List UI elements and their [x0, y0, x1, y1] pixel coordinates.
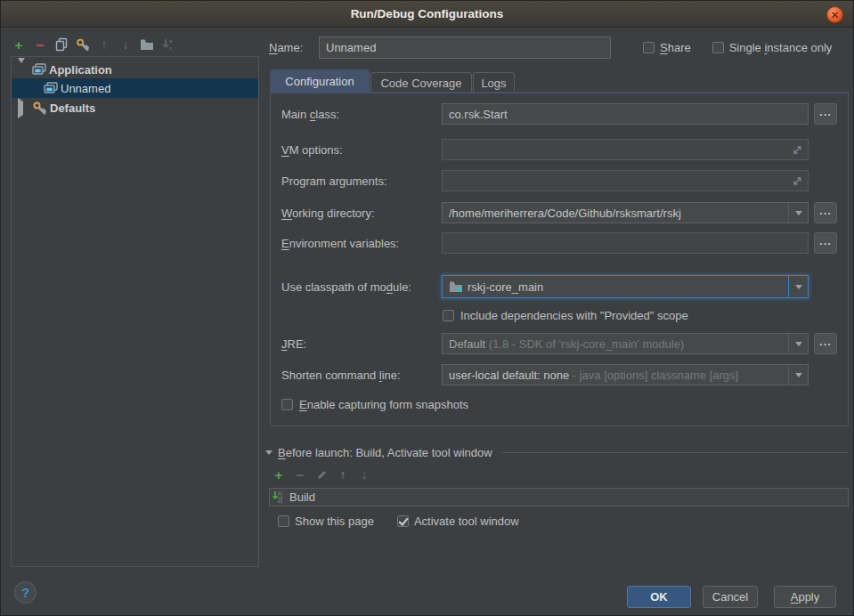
module-icon: [449, 280, 463, 293]
working-directory-label: Working directory:: [281, 207, 375, 220]
application-icon: [32, 63, 46, 76]
close-button[interactable]: ✕: [826, 6, 843, 23]
before-launch-task-build[interactable]: 011001 Build: [269, 488, 849, 507]
build-icon: 011001: [272, 490, 286, 504]
share-label: Share: [660, 41, 691, 54]
environment-variables-browse-button[interactable]: ...: [814, 232, 837, 254]
remove-icon[interactable]: −: [33, 36, 47, 53]
add-icon[interactable]: +: [272, 466, 285, 482]
working-directory-combobox[interactable]: /home/meriherrera/Code/Github/rsksmart/r…: [442, 202, 809, 223]
single-instance-checkbox[interactable]: [712, 42, 724, 53]
form-snapshots-label: Enable capturing form snapshots: [299, 398, 468, 411]
shorten-command-line-label: Shorten command line:: [281, 369, 401, 382]
before-launch-toolbar: + − ↑ ↓: [272, 466, 370, 482]
cancel-button[interactable]: Cancel: [703, 586, 758, 608]
collapse-triangle-icon[interactable]: [265, 450, 272, 455]
vm-options-label: VM options:: [281, 143, 343, 157]
show-this-page-checkbox[interactable]: [278, 515, 289, 527]
edit-defaults-icon[interactable]: [76, 36, 90, 53]
tree-item-application[interactable]: Application: [12, 60, 258, 79]
configurations-tree: Application Unnamed Defaults: [11, 56, 259, 567]
use-classpath-combobox[interactable]: rskj-core_main: [442, 275, 809, 298]
main-class-browse-button[interactable]: ...: [814, 103, 837, 125]
move-up-icon[interactable]: ↑: [97, 36, 111, 53]
name-input[interactable]: [319, 36, 611, 59]
include-provided-label: Include dependencies with "Provided" sco…: [460, 309, 688, 322]
activate-tool-window-label: Activate tool window: [414, 515, 519, 528]
configurations-toolbar: + − ↑ ↓ az: [12, 36, 175, 53]
svg-text:a: a: [169, 38, 173, 44]
edit-icon[interactable]: [315, 466, 328, 482]
environment-variables-label: Environment variables:: [281, 237, 399, 250]
single-instance-label: Single instance only: [729, 41, 833, 54]
dropdown-arrow-icon[interactable]: [788, 365, 808, 385]
add-icon[interactable]: +: [12, 36, 26, 53]
dropdown-arrow-icon[interactable]: [788, 334, 808, 353]
expand-field-icon[interactable]: [792, 144, 803, 158]
program-arguments-label: Program arguments:: [281, 174, 387, 188]
tree-item-label: Defaults: [50, 101, 95, 115]
application-icon: [44, 82, 58, 94]
form-snapshots-checkbox[interactable]: [281, 399, 293, 410]
shorten-command-line-combobox[interactable]: user-local default: none - java [options…: [442, 364, 809, 385]
before-launch-title: Before launch: Build, Activate tool wind…: [278, 446, 492, 459]
main-class-field[interactable]: co.rsk.Start: [442, 103, 809, 125]
jre-label: JRE:: [281, 337, 306, 351]
help-button[interactable]: ?: [14, 581, 37, 604]
working-directory-browse-button[interactable]: ...: [814, 202, 837, 223]
tree-item-unnamed[interactable]: Unnamed: [12, 78, 258, 98]
apply-button[interactable]: Apply: [774, 586, 836, 608]
name-label: Name:: [269, 41, 319, 54]
new-folder-icon[interactable]: [140, 36, 154, 53]
vm-options-field[interactable]: [442, 139, 809, 160]
move-down-icon[interactable]: ↓: [118, 36, 133, 53]
expand-field-icon[interactable]: [792, 175, 803, 190]
jre-browse-button[interactable]: ...: [814, 333, 837, 354]
ok-button[interactable]: OK: [627, 586, 691, 608]
dropdown-arrow-icon[interactable]: [788, 203, 808, 223]
share-checkbox[interactable]: [643, 42, 655, 53]
svg-text:01: 01: [278, 499, 283, 504]
before-launch-options: Show this page Activate tool window: [278, 515, 519, 528]
include-provided-checkbox[interactable]: [443, 310, 454, 321]
tab-code-coverage[interactable]: Code Coverage: [370, 72, 472, 93]
show-this-page-label: Show this page: [295, 515, 374, 528]
activate-tool-window-checkbox[interactable]: [397, 515, 409, 527]
main-class-label: Main class:: [281, 108, 339, 121]
dropdown-arrow-icon[interactable]: [788, 276, 808, 297]
svg-text:z: z: [169, 45, 172, 51]
copy-icon[interactable]: [54, 36, 69, 53]
run-debug-configurations-dialog: Run/Debug Configurations ✕ + − ↑ ↓ az Ap: [0, 0, 854, 616]
tree-item-defaults[interactable]: Defaults: [12, 98, 258, 118]
tree-item-label: Application: [49, 63, 112, 77]
defaults-wrench-icon: [32, 101, 47, 115]
move-up-icon[interactable]: ↑: [337, 466, 349, 482]
sort-alphabetically-icon[interactable]: az: [161, 36, 175, 53]
move-down-icon[interactable]: ↓: [358, 466, 370, 482]
tree-item-label: Unnamed: [61, 82, 110, 95]
collapse-triangle-icon[interactable]: [18, 63, 27, 77]
dialog-title: Run/Debug Configurations: [351, 7, 504, 20]
remove-icon[interactable]: −: [294, 466, 306, 482]
tab-configuration[interactable]: Configuration: [270, 69, 370, 93]
before-launch-header[interactable]: Before launch: Build, Activate tool wind…: [265, 446, 848, 459]
expand-triangle-icon[interactable]: [18, 101, 27, 115]
task-label: Build: [289, 490, 315, 504]
environment-variables-field[interactable]: [442, 232, 809, 254]
tab-logs[interactable]: Logs: [473, 72, 515, 93]
close-icon: ✕: [830, 10, 839, 20]
name-row: Name: Share Single instance only: [269, 36, 848, 60]
program-arguments-field[interactable]: [442, 170, 809, 191]
use-classpath-label: Use classpath of module:: [281, 280, 411, 294]
title-bar[interactable]: Run/Debug Configurations ✕: [1, 1, 853, 28]
help-icon: ?: [21, 585, 29, 600]
jre-combobox[interactable]: Default (1.8 - SDK of 'rskj-core_main' m…: [442, 333, 809, 354]
configuration-panel: Main class: co.rsk.Start ... VM options:…: [270, 93, 849, 426]
header-rule: [501, 452, 848, 453]
